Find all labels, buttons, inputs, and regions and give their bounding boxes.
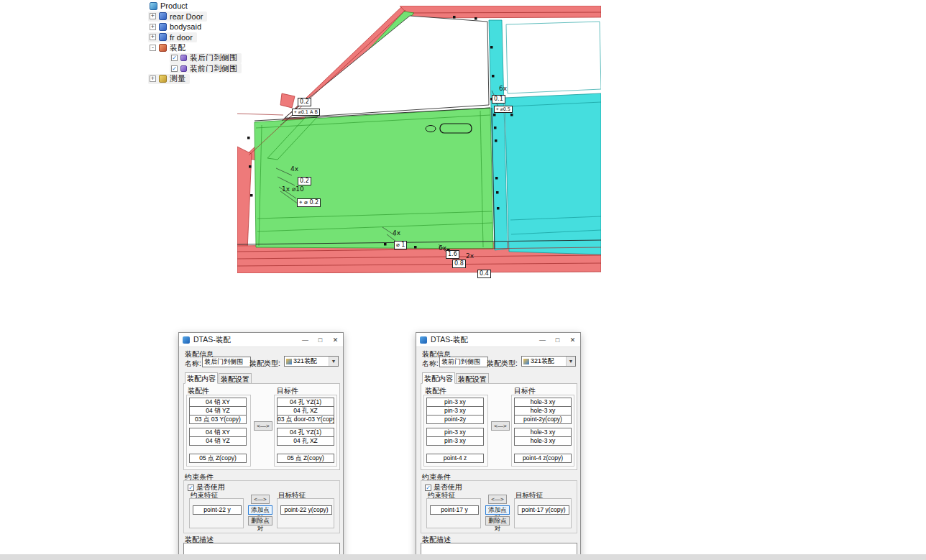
- close-button[interactable]: ✕: [565, 334, 580, 346]
- tree-item-label: rear Door: [170, 12, 203, 21]
- gdt-annotation: ⌖ ⌀ 0.2: [297, 198, 321, 207]
- tab-assembly-content[interactable]: 装配内容: [185, 372, 218, 384]
- gdt-annotation: 0.2: [298, 177, 311, 185]
- tree-item-bodysaid[interactable]: + bodysaid: [148, 22, 206, 32]
- close-button[interactable]: ✕: [328, 334, 343, 346]
- tree-item-label: 测量: [170, 73, 185, 84]
- assembly-type-icon: [286, 359, 292, 364]
- minimize-button[interactable]: —: [298, 334, 313, 346]
- gdt-annotation: ⌖ ⌀0.1 A B: [292, 109, 320, 116]
- target-item[interactable]: point-4 z(copy): [514, 454, 572, 463]
- count-annotation: 4x: [393, 229, 400, 237]
- dtas-dialog-front-door: DTAS-装配 — □ ✕ 装配信息 名称: 装配类型: 321装配 ▼ 装配内…: [416, 332, 581, 560]
- gdt-annotation: ⌀ 1: [394, 241, 407, 249]
- car-side-view[interactable]: [237, 6, 601, 273]
- add-point-pair-button[interactable]: 添加点对: [485, 505, 510, 515]
- maximize-button[interactable]: □: [313, 334, 328, 346]
- rear-door-panel[interactable]: [505, 93, 601, 254]
- assembly-feature-icon: [180, 65, 187, 72]
- swap-button[interactable]: <—>: [488, 495, 507, 504]
- minimize-button[interactable]: —: [535, 334, 550, 346]
- target-item[interactable]: point-2y(copy): [514, 415, 572, 424]
- checkbox-checked-icon[interactable]: ✓: [171, 55, 178, 61]
- checkbox-checked-icon[interactable]: ✓: [171, 65, 178, 72]
- constraint-feature-item[interactable]: point-17 y: [430, 505, 479, 515]
- collapse-minus-icon[interactable]: -: [150, 45, 156, 51]
- assembly-type-select[interactable]: 321装配 ▼: [284, 356, 339, 367]
- assembly-item[interactable]: 05 点 Z(copy): [189, 454, 247, 463]
- swap-button[interactable]: <—>: [254, 421, 272, 431]
- delete-point-pair-button[interactable]: 删除点对: [248, 516, 272, 525]
- target-item[interactable]: 04 孔 XZ: [277, 436, 334, 446]
- assembly-item[interactable]: 03 点 03 Y(copy): [189, 415, 247, 424]
- assembly-type-value: 321装配: [293, 357, 329, 366]
- delete-point-pair-button[interactable]: 删除点对: [485, 516, 510, 525]
- swap-button[interactable]: <—>: [251, 495, 270, 504]
- checkbox-checked-icon[interactable]: ✓: [188, 485, 194, 491]
- assembly-type-icon: [523, 359, 529, 364]
- bottom-strip: [0, 554, 926, 560]
- cad-viewport[interactable]: [237, 6, 601, 273]
- count-annotation: 4x: [290, 165, 298, 173]
- assembly-type-label: 装配类型:: [249, 359, 280, 369]
- expand-plus-icon[interactable]: +: [150, 13, 156, 19]
- tree-item-product[interactable]: Product: [148, 1, 192, 11]
- assembly-item[interactable]: pin-3 xy: [426, 436, 484, 446]
- constraint-feature-item[interactable]: point-22 y: [193, 505, 242, 515]
- tree-item-label: bodysaid: [170, 22, 201, 31]
- name-input[interactable]: [202, 357, 251, 367]
- target-item[interactable]: hole-3 xy: [514, 436, 572, 446]
- part-icon: [159, 23, 167, 31]
- body-front-fender[interactable]: [237, 147, 252, 250]
- side-mirror[interactable]: [280, 93, 295, 108]
- tab-assembly-content[interactable]: 装配内容: [422, 372, 455, 384]
- target-item[interactable]: 03 点 door-03 Y(copy): [277, 415, 334, 424]
- maximize-button[interactable]: □: [550, 334, 565, 346]
- product-icon: [150, 2, 157, 10]
- chevron-down-icon[interactable]: ▼: [329, 357, 338, 366]
- add-point-pair-button[interactable]: 添加点对: [248, 505, 272, 515]
- tree-item-assembly-rear-door-to-side[interactable]: ✓ 装后门到侧围: [170, 53, 242, 63]
- front-door-panel[interactable]: [255, 108, 493, 249]
- dtas-app-icon: [183, 336, 190, 344]
- tree-item-rear-door[interactable]: + rear Door: [148, 12, 207, 22]
- part-icon: [159, 33, 167, 41]
- tree-item-label: 装配: [170, 42, 185, 53]
- expand-plus-icon[interactable]: +: [150, 24, 156, 30]
- assembly-item[interactable]: 04 销 YZ: [189, 436, 247, 446]
- assembly-icon: [159, 44, 167, 52]
- tree-item-label: fr door: [170, 33, 193, 42]
- swap-button[interactable]: <—>: [491, 421, 510, 431]
- count-annotation: 6x: [499, 85, 507, 92]
- tree-item-fr-door[interactable]: + fr door: [148, 32, 197, 42]
- tree-item-assembly-front-door-to-side[interactable]: ✓ 装前门到侧围: [170, 63, 242, 73]
- dialog-titlebar[interactable]: DTAS-装配 — □ ✕: [416, 333, 580, 347]
- assembly-item[interactable]: point-4 z: [426, 454, 484, 463]
- assembly-type-select[interactable]: 321装配 ▼: [521, 356, 576, 367]
- tree-item-assembly[interactable]: - 装配: [148, 42, 190, 52]
- assembly-item[interactable]: point-2y: [426, 415, 484, 424]
- assembly-feature-icon: [180, 55, 187, 61]
- dialog-titlebar[interactable]: DTAS-装配 — □ ✕: [179, 333, 343, 347]
- gdt-annotation: ⌖ ⌀0.5: [494, 106, 513, 113]
- dtas-dialog-rear-door: DTAS-装配 — □ ✕ 装配信息 名称: 装配类型: 321装配 ▼ 装配内…: [178, 332, 344, 560]
- expand-plus-icon[interactable]: +: [150, 75, 156, 82]
- checkbox-checked-icon[interactable]: ✓: [425, 485, 431, 491]
- dialog-title: DTAS-装配: [193, 335, 298, 345]
- expand-plus-icon[interactable]: +: [150, 34, 156, 40]
- assembly-type-label: 装配类型:: [487, 359, 518, 369]
- tree-item-label: 装后门到侧围: [190, 52, 237, 63]
- app-stage: Product + rear Door + bodysaid + fr door…: [0, 0, 926, 560]
- name-label: 名称:: [185, 359, 201, 369]
- dialog-title: DTAS-装配: [431, 335, 535, 345]
- target-item[interactable]: 05 点 Z(copy): [277, 454, 334, 463]
- chevron-down-icon[interactable]: ▼: [566, 357, 575, 366]
- gdt-annotation: 0.4: [477, 270, 491, 278]
- target-feature-item[interactable]: point-17 y(copy): [518, 505, 569, 515]
- product-tree: Product + rear Door + bodysaid + fr door…: [148, 1, 242, 84]
- tree-item-measure[interactable]: + 测量: [148, 74, 190, 84]
- part-icon: [159, 12, 167, 20]
- name-input[interactable]: [439, 357, 488, 367]
- target-feature-item[interactable]: point-22 y(copy): [280, 505, 332, 515]
- body-roof-rail[interactable]: [400, 6, 601, 18]
